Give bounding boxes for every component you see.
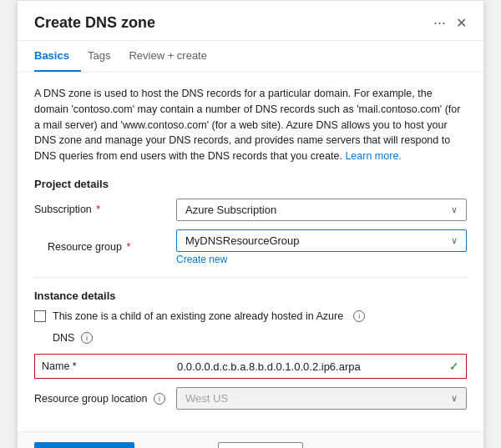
resource-group-row: Resource group * MyDNSResourceGroup ∨ Cr… [34,229,467,265]
dns-label: DNS [53,332,74,344]
resource-group-select[interactable]: MyDNSResourceGroup ∨ [176,229,467,252]
child-zone-row: This zone is a child of an existing zone… [34,310,467,322]
description-text: A DNS zone is used to host the DNS recor… [34,86,467,164]
tab-review-create[interactable]: Review + create [129,41,219,72]
name-row: Name * ✓ [34,354,467,379]
name-input[interactable] [177,360,444,373]
instance-details-title: Instance details [34,289,467,302]
subscription-chevron-icon: ∨ [451,204,458,215]
download-template-link[interactable]: Download a template for automation [316,444,467,448]
resource-group-field: MyDNSResourceGroup ∨ Create new [176,229,467,265]
project-details-title: Project details [34,178,467,190]
section-divider [34,277,467,278]
dialog-body: A DNS zone is used to host the DNS recor… [18,73,483,431]
subscription-value: Azure Subscription [185,204,276,216]
next-button[interactable]: Next : Tags > [218,442,303,448]
resource-group-label: Resource group * [34,241,176,253]
child-zone-info-icon[interactable]: i [353,310,365,322]
tabs-bar: Basics Tags Review + create [18,41,483,73]
review-create-button[interactable]: Review + create [34,442,134,448]
name-valid-icon: ✓ [449,360,459,373]
learn-more-link[interactable]: Learn more. [345,150,401,162]
subscription-field: Azure Subscription ∨ [176,199,467,221]
dialog-title: Create DNS zone [34,14,427,32]
dialog-header: Create DNS zone ··· ✕ [18,1,483,41]
resource-group-value: MyDNSResourceGroup [185,234,300,247]
dns-info-icon[interactable]: i [81,332,93,344]
create-dns-zone-dialog: Create DNS zone ··· ✕ Basics Tags Review… [17,0,484,448]
subscription-row: Subscription * Azure Subscription ∨ [34,199,467,221]
rg-location-info-icon[interactable]: i [154,393,165,405]
subscription-label: Subscription * [34,204,176,215]
rg-location-label: Resource group location i [34,393,176,405]
rg-location-chevron-icon: ∨ [451,393,458,404]
child-zone-label: This zone is a child of an existing zone… [53,310,343,322]
resource-group-chevron-icon: ∨ [451,235,458,246]
tab-tags[interactable]: Tags [88,41,122,72]
rg-location-value: West US [185,392,228,405]
rg-location-row: Resource group location i West US ∨ [34,387,467,410]
subscription-select[interactable]: Azure Subscription ∨ [176,199,467,221]
dialog-footer: Review + create Previous Next : Tags > D… [18,431,483,448]
close-button[interactable]: ✕ [456,17,467,30]
tab-basics[interactable]: Basics [34,41,81,72]
create-new-link[interactable]: Create new [176,254,467,265]
child-zone-checkbox[interactable] [34,310,46,322]
name-label: Name * [42,360,177,372]
rg-location-select: West US ∨ [176,387,467,410]
dialog-menu-icon[interactable]: ··· [433,14,446,32]
